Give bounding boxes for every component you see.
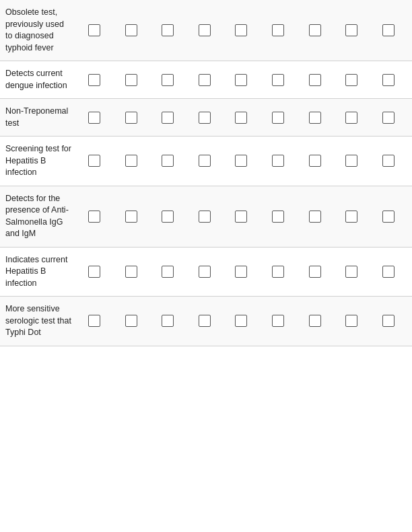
checkbox-indicates-hepatitis-b-2[interactable] xyxy=(162,266,174,278)
checkbox-more-sensitive-serologic-7[interactable] xyxy=(345,315,357,327)
checkbox-more-sensitive-serologic-0[interactable] xyxy=(88,315,100,327)
checkbox-more-sensitive-serologic-5[interactable] xyxy=(272,315,284,327)
checkbox-detects-anti-salmonella-8[interactable] xyxy=(382,211,394,223)
checkbox-screening-hepatitis-b-5[interactable] xyxy=(272,155,284,167)
checkbox-detects-anti-salmonella-4[interactable] xyxy=(235,211,247,223)
table-row: Detects for the presence of Anti-Salmone… xyxy=(0,186,412,248)
checkbox-obsolete-test-3[interactable] xyxy=(199,24,211,36)
checkbox-detects-dengue-3[interactable] xyxy=(199,74,211,86)
checkbox-cell xyxy=(88,74,100,86)
checkbox-more-sensitive-serologic-1[interactable] xyxy=(125,315,137,327)
checkbox-more-sensitive-serologic-3[interactable] xyxy=(199,315,211,327)
checkbox-cell xyxy=(125,24,137,36)
checkboxes-more-sensitive-serologic xyxy=(76,315,407,327)
checkbox-obsolete-test-0[interactable] xyxy=(88,24,100,36)
checkbox-non-treponemal-4[interactable] xyxy=(235,112,247,124)
checkbox-non-treponemal-6[interactable] xyxy=(309,112,321,124)
checkbox-cell xyxy=(382,266,394,278)
checkbox-indicates-hepatitis-b-7[interactable] xyxy=(345,266,357,278)
checkbox-screening-hepatitis-b-6[interactable] xyxy=(309,155,321,167)
checkbox-obsolete-test-6[interactable] xyxy=(309,24,321,36)
checkbox-detects-anti-salmonella-5[interactable] xyxy=(272,211,284,223)
checkbox-obsolete-test-4[interactable] xyxy=(235,24,247,36)
checkbox-detects-anti-salmonella-2[interactable] xyxy=(162,211,174,223)
checkbox-obsolete-test-8[interactable] xyxy=(382,24,394,36)
checkbox-cell xyxy=(272,155,284,167)
checkbox-screening-hepatitis-b-1[interactable] xyxy=(125,155,137,167)
checkbox-non-treponemal-8[interactable] xyxy=(382,112,394,124)
checkbox-cell xyxy=(88,155,100,167)
checkbox-screening-hepatitis-b-8[interactable] xyxy=(382,155,394,167)
checkbox-cell xyxy=(382,24,394,36)
table-row: Non-Treponemal test xyxy=(0,99,412,137)
checkbox-cell xyxy=(235,74,247,86)
checkbox-more-sensitive-serologic-6[interactable] xyxy=(309,315,321,327)
checkbox-cell xyxy=(345,315,357,327)
checkbox-detects-dengue-1[interactable] xyxy=(125,74,137,86)
row-label-more-sensitive-serologic: More sensitive serologic test that Typhi… xyxy=(5,303,76,339)
checkbox-cell xyxy=(272,24,284,36)
checkbox-non-treponemal-7[interactable] xyxy=(345,112,357,124)
checkbox-screening-hepatitis-b-0[interactable] xyxy=(88,155,100,167)
checkbox-cell xyxy=(199,24,211,36)
checkbox-cell xyxy=(345,74,357,86)
checkbox-indicates-hepatitis-b-1[interactable] xyxy=(125,266,137,278)
checkbox-more-sensitive-serologic-4[interactable] xyxy=(235,315,247,327)
checkbox-non-treponemal-3[interactable] xyxy=(199,112,211,124)
checkbox-detects-dengue-5[interactable] xyxy=(272,74,284,86)
checkboxes-screening-hepatitis-b xyxy=(76,155,407,167)
checkbox-non-treponemal-0[interactable] xyxy=(88,112,100,124)
checkbox-detects-anti-salmonella-6[interactable] xyxy=(309,211,321,223)
checkbox-obsolete-test-1[interactable] xyxy=(125,24,137,36)
checkbox-cell xyxy=(199,266,211,278)
checkbox-cell xyxy=(345,112,357,124)
checkbox-cell xyxy=(162,211,174,223)
checkbox-cell xyxy=(235,266,247,278)
checkbox-detects-dengue-2[interactable] xyxy=(162,74,174,86)
checkbox-cell xyxy=(199,211,211,223)
checkbox-screening-hepatitis-b-2[interactable] xyxy=(162,155,174,167)
checkbox-indicates-hepatitis-b-0[interactable] xyxy=(88,266,100,278)
checkbox-indicates-hepatitis-b-3[interactable] xyxy=(199,266,211,278)
checkbox-cell xyxy=(235,315,247,327)
checkbox-detects-anti-salmonella-7[interactable] xyxy=(345,211,357,223)
checkbox-obsolete-test-2[interactable] xyxy=(162,24,174,36)
checkbox-detects-dengue-7[interactable] xyxy=(345,74,357,86)
row-label-detects-dengue: Detects current dengue infection xyxy=(5,68,76,91)
main-table: Obsolete test, previously used to diagno… xyxy=(0,0,412,346)
checkbox-cell xyxy=(162,24,174,36)
checkbox-detects-anti-salmonella-3[interactable] xyxy=(199,211,211,223)
checkbox-cell xyxy=(382,211,394,223)
checkbox-non-treponemal-5[interactable] xyxy=(272,112,284,124)
checkbox-detects-dengue-0[interactable] xyxy=(88,74,100,86)
row-label-detects-anti-salmonella: Detects for the presence of Anti-Salmone… xyxy=(5,193,76,240)
checkbox-more-sensitive-serologic-8[interactable] xyxy=(382,315,394,327)
table-row: Detects current dengue infection xyxy=(0,61,412,99)
checkbox-cell xyxy=(88,315,100,327)
checkbox-obsolete-test-7[interactable] xyxy=(345,24,357,36)
checkboxes-indicates-hepatitis-b xyxy=(76,266,407,278)
checkbox-indicates-hepatitis-b-5[interactable] xyxy=(272,266,284,278)
checkbox-screening-hepatitis-b-3[interactable] xyxy=(199,155,211,167)
checkbox-non-treponemal-1[interactable] xyxy=(125,112,137,124)
checkbox-cell xyxy=(199,315,211,327)
checkbox-detects-dengue-8[interactable] xyxy=(382,74,394,86)
checkbox-cell xyxy=(235,112,247,124)
checkbox-more-sensitive-serologic-2[interactable] xyxy=(162,315,174,327)
checkbox-detects-dengue-6[interactable] xyxy=(309,74,321,86)
checkbox-indicates-hepatitis-b-6[interactable] xyxy=(309,266,321,278)
checkbox-cell xyxy=(272,112,284,124)
checkbox-cell xyxy=(345,24,357,36)
checkbox-cell xyxy=(345,211,357,223)
checkbox-indicates-hepatitis-b-8[interactable] xyxy=(382,266,394,278)
checkbox-indicates-hepatitis-b-4[interactable] xyxy=(235,266,247,278)
checkbox-detects-anti-salmonella-0[interactable] xyxy=(88,211,100,223)
checkbox-non-treponemal-2[interactable] xyxy=(162,112,174,124)
checkbox-cell xyxy=(125,112,137,124)
checkbox-detects-dengue-4[interactable] xyxy=(235,74,247,86)
checkbox-obsolete-test-5[interactable] xyxy=(272,24,284,36)
checkbox-cell xyxy=(382,315,394,327)
checkbox-screening-hepatitis-b-7[interactable] xyxy=(345,155,357,167)
checkbox-screening-hepatitis-b-4[interactable] xyxy=(235,155,247,167)
checkbox-detects-anti-salmonella-1[interactable] xyxy=(125,211,137,223)
